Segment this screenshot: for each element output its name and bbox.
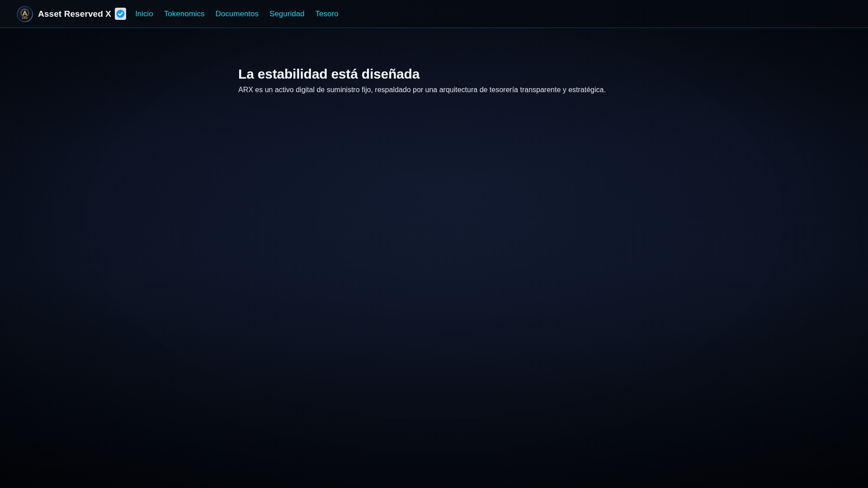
nav-link-tokenomics[interactable]: Tokenomics (164, 9, 205, 19)
main-navigation: Inicio Tokenomics Documentos Seguridad T… (135, 9, 349, 19)
nav-link-inicio[interactable]: Inicio (135, 9, 153, 19)
svg-text:ARX: ARX (22, 17, 28, 19)
nav-link-documentos[interactable]: Documentos (216, 9, 259, 19)
hero-section: La estabilidad está diseñada ARX es un a… (238, 28, 630, 95)
nav-link-seguridad[interactable]: Seguridad (269, 9, 305, 19)
top-navbar: ARX Asset Reserved X Inicio Tokenomics D… (0, 0, 868, 28)
nav-link-tesoro[interactable]: Tesoro (316, 9, 339, 19)
brand-name: Asset Reserved X (38, 9, 111, 19)
arx-coin-logo-icon: ARX (17, 6, 33, 22)
brand-home-link[interactable]: ARX Asset Reserved X (17, 6, 126, 22)
hero-subtitle: ARX es un activo digital de suministro f… (238, 85, 630, 95)
verified-badge-icon (115, 8, 126, 20)
hero-title: La estabilidad está diseñada (238, 66, 630, 82)
